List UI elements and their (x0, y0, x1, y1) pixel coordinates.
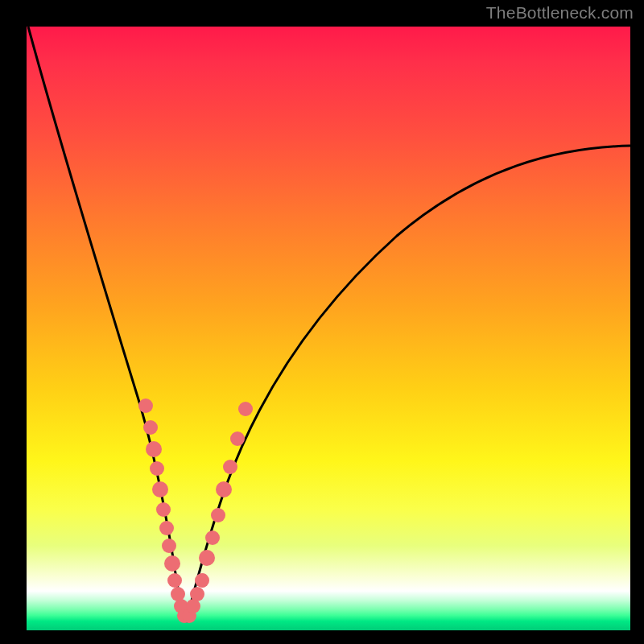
right-curve (186, 146, 630, 622)
plot-area (27, 27, 630, 630)
svg-point-5 (156, 502, 171, 517)
svg-point-4 (152, 481, 168, 497)
svg-point-9 (167, 573, 182, 588)
curve-layer (27, 27, 630, 630)
chart-frame: TheBottleneck.com (0, 0, 644, 644)
svg-point-1 (143, 420, 158, 435)
svg-point-17 (199, 550, 215, 566)
svg-point-3 (150, 461, 164, 476)
watermark-text: TheBottleneck.com (486, 3, 634, 23)
svg-point-15 (190, 587, 204, 601)
svg-point-18 (205, 530, 220, 545)
svg-point-6 (159, 521, 174, 535)
svg-point-23 (238, 402, 253, 416)
dots-left (138, 398, 192, 623)
svg-point-20 (216, 481, 232, 497)
svg-point-16 (195, 573, 209, 588)
svg-point-21 (223, 460, 237, 474)
svg-point-2 (146, 441, 162, 457)
svg-point-19 (211, 508, 225, 522)
svg-point-7 (162, 539, 176, 553)
dots-right (182, 402, 253, 623)
svg-point-8 (164, 555, 180, 572)
svg-point-0 (138, 398, 153, 413)
svg-point-22 (230, 431, 245, 446)
